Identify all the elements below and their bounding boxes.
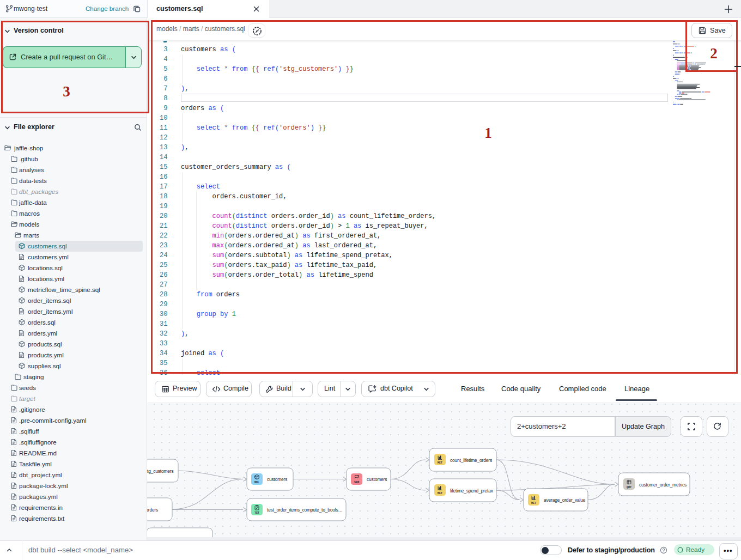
svg-text:test_order_items_compute_to_bo: test_order_items_compute_to_bools… (267, 507, 343, 513)
svg-text:stg_customers: stg_customers (147, 468, 174, 474)
svg-text:customers: customers (367, 477, 387, 482)
svg-text:average_order_value: average_order_value (544, 497, 586, 503)
svg-text:TST: TST (254, 512, 259, 515)
svg-text:count_lifetime_orders: count_lifetime_orders (450, 458, 492, 463)
svg-text:customer_order_metrics: customer_order_metrics (639, 482, 687, 488)
svg-text:MET: MET (438, 461, 442, 465)
svg-text:lifetime_spend_pretax: lifetime_spend_pretax (450, 488, 494, 494)
svg-text:MET: MET (531, 502, 536, 505)
svg-text:stg_orders: stg_orders (147, 507, 158, 513)
svg-text:customers: customers (267, 477, 287, 482)
svg-text:MET: MET (438, 492, 442, 495)
svg-text:QRY: QRY (627, 486, 631, 489)
svg-text:MDL: MDL (254, 481, 259, 484)
svg-text:SEM: SEM (354, 481, 359, 484)
